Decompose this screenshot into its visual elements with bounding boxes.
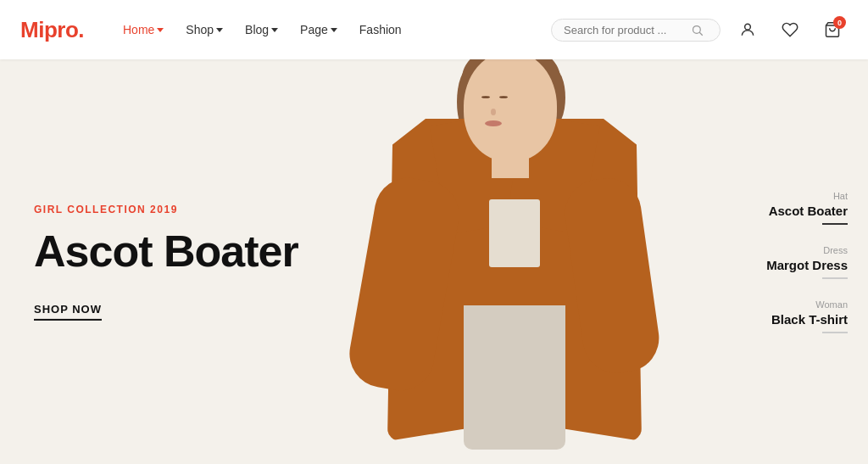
heart-icon [782, 21, 798, 38]
lips [485, 120, 502, 126]
account-icon [739, 21, 756, 38]
collection-label: GIRL COLLECTION 2019 [34, 203, 298, 215]
chevron-down-icon [216, 28, 223, 32]
svg-point-2 [745, 24, 751, 30]
main-content: GIRL COLLECTION 2019 Ascot Boater SHOP N… [0, 59, 868, 464]
sidebar-item-hat[interactable]: Hat Ascot Boater [766, 191, 848, 225]
nose [491, 109, 496, 115]
logo-dot: . [78, 17, 84, 42]
main-nav: Home Shop Blog Page Fashion [114, 18, 410, 42]
sidebar-items: Hat Ascot Boater Dress Margot Dress Woma… [766, 191, 848, 333]
header: Mipro. Home Shop Blog Page Fashion [0, 0, 868, 59]
item-category-tshirt: Woman [766, 299, 848, 310]
shirt [489, 199, 540, 267]
svg-point-0 [693, 25, 701, 33]
cart-button[interactable]: 0 [817, 14, 848, 45]
svg-line-1 [699, 32, 702, 35]
skirt [464, 305, 565, 450]
header-right: 0 [551, 14, 848, 45]
nav-item-page[interactable]: Page [292, 18, 346, 42]
item-line-tshirt [822, 332, 848, 333]
chevron-down-icon [331, 28, 337, 32]
neck [492, 144, 529, 178]
eye-left [481, 96, 490, 98]
wishlist-button[interactable] [775, 14, 805, 45]
sidebar-item-tshirt[interactable]: Woman Black T-shirt [766, 299, 848, 333]
sidebar-item-dress[interactable]: Dress Margot Dress [766, 245, 848, 279]
eye-right [499, 96, 508, 98]
item-name-tshirt: Black T-shirt [766, 312, 848, 327]
search-icon [691, 24, 704, 36]
logo-text: Mipro [20, 17, 78, 42]
account-button[interactable] [732, 14, 763, 45]
search-bar[interactable] [551, 19, 721, 42]
nav-item-blog[interactable]: Blog [236, 18, 287, 42]
logo[interactable]: Mipro. [20, 17, 84, 43]
chevron-down-icon [271, 28, 278, 32]
hero-title: Ascot Boater [34, 226, 298, 275]
item-name-dress: Margot Dress [766, 258, 848, 272]
item-category-hat: Hat [766, 191, 848, 201]
search-input[interactable] [564, 24, 691, 36]
item-category-dress: Dress [766, 245, 848, 255]
item-line-hat [822, 223, 848, 225]
item-name-hat: Ascot Boater [766, 204, 848, 218]
nav-item-fashion[interactable]: Fashion [351, 18, 410, 42]
model-image [328, 59, 752, 464]
model-figure [370, 59, 693, 464]
hero-text: GIRL COLLECTION 2019 Ascot Boater SHOP N… [34, 203, 298, 320]
chevron-down-icon [157, 28, 164, 32]
cart-count: 0 [833, 16, 846, 29]
nav-item-home[interactable]: Home [114, 18, 172, 42]
item-line-dress [822, 277, 848, 279]
shop-now-button[interactable]: SHOP NOW [34, 303, 102, 321]
nav-item-shop[interactable]: Shop [177, 18, 231, 42]
